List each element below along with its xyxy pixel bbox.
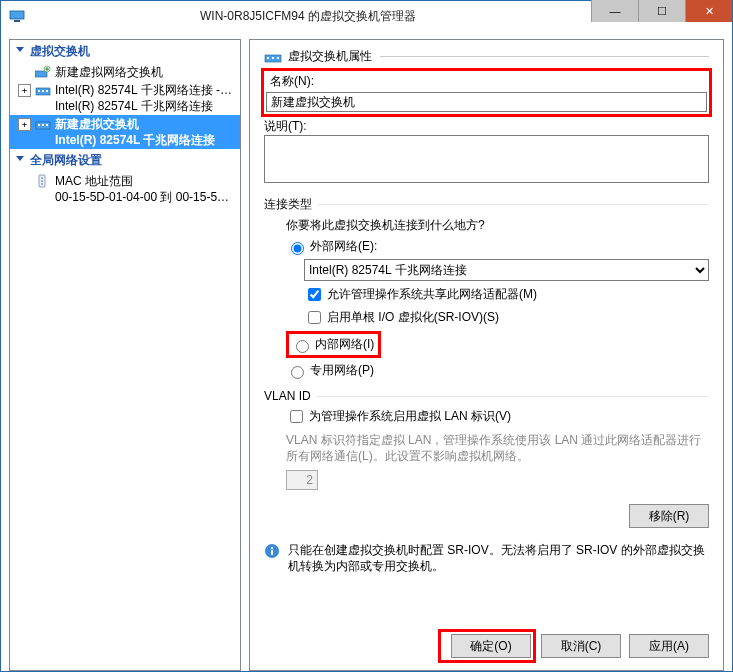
tree-item-label: 新建虚拟交换机 [55, 116, 234, 132]
mac-range-icon [35, 174, 51, 188]
svg-rect-21 [271, 550, 273, 555]
title-bar: WIN-0R8J5ICFM94 的虚拟交换机管理器 — ☐ ✕ [1, 1, 732, 32]
switch-icon [264, 50, 282, 64]
switch-name-input[interactable] [266, 92, 707, 112]
checkbox-allow-mgmt-os-label: 允许管理操作系统共享此网络适配器(M) [327, 286, 537, 303]
switch-tree-pane: 虚拟交换机 新建虚拟网络交换机 + [9, 39, 241, 671]
svg-rect-10 [42, 124, 44, 126]
ok-button[interactable]: 确定(O) [451, 634, 531, 658]
ok-button-highlight: 确定(O) [441, 632, 533, 660]
tree-item-label: MAC 地址范围 [55, 173, 234, 189]
app-icon [9, 8, 25, 24]
tree-item-new-virtual-switch[interactable]: 新建虚拟网络交换机 [10, 63, 240, 81]
checkbox-enable-sriov-label: 启用单根 I/O 虚拟化(SR-IOV)(S) [327, 309, 499, 326]
dialog-footer: 确定(O) 取消(C) 应用(A) [250, 622, 723, 670]
section-header-properties: 虚拟交换机属性 [264, 48, 709, 65]
checkbox-enable-sriov[interactable] [308, 311, 321, 324]
adapter-select[interactable]: Intel(R) 82574L 千兆网络连接 [304, 259, 709, 281]
description-textarea[interactable] [264, 135, 709, 183]
info-icon [264, 543, 280, 559]
window-title: WIN-0R8J5ICFM94 的虚拟交换机管理器 [25, 8, 591, 25]
tree-item-label: 新建虚拟网络交换机 [55, 64, 234, 80]
svg-rect-18 [272, 57, 274, 59]
tree-item-sublabel: Intel(R) 82574L 千兆网络连接 [55, 98, 234, 114]
svg-rect-2 [35, 71, 47, 77]
radio-internal[interactable] [296, 340, 309, 353]
switch-icon [35, 117, 51, 131]
svg-rect-7 [46, 90, 48, 92]
checkbox-allow-mgmt-os[interactable] [308, 288, 321, 301]
switch-add-icon [35, 65, 51, 79]
radio-external-label: 外部网络(E): [310, 238, 377, 255]
tree-expander-icon[interactable]: + [18, 84, 31, 97]
tree-item-new-switch-entry[interactable]: + 新建虚拟交换机 Intel(R) 82574L 千兆网络连接 [10, 115, 240, 149]
switch-icon [35, 83, 51, 97]
checkbox-enable-vlan[interactable] [290, 410, 303, 423]
svg-rect-22 [271, 547, 273, 549]
description-label: 说明(T): [264, 119, 307, 133]
group-connection-type: 连接类型 [264, 196, 709, 213]
svg-rect-11 [46, 124, 48, 126]
checkbox-enable-vlan-label: 为管理操作系统启用虚拟 LAN 标识(V) [309, 408, 511, 425]
radio-external[interactable] [291, 242, 304, 255]
virtual-switch-manager-window: WIN-0R8J5ICFM94 的虚拟交换机管理器 — ☐ ✕ 虚拟交换机 [0, 0, 733, 672]
tree-item-external-switch-1[interactable]: + Intel(R) 82574L 千兆网络连接 - Vi... Intel(R… [10, 81, 240, 115]
name-field-group: 名称(N): [264, 71, 709, 114]
tree-item-sublabel: Intel(R) 82574L 千兆网络连接 [55, 132, 234, 148]
radio-internal-highlight: 内部网络(I) [286, 331, 381, 358]
minimize-button[interactable]: — [591, 0, 638, 22]
svg-point-15 [41, 183, 43, 185]
svg-rect-6 [42, 90, 44, 92]
apply-button[interactable]: 应用(A) [629, 634, 709, 658]
svg-rect-1 [14, 20, 20, 22]
name-label: 名称(N): [270, 73, 707, 90]
connection-prompt: 你要将此虚拟交换机连接到什么地方? [264, 217, 709, 234]
sriov-info-text: 只能在创建虚拟交换机时配置 SR-IOV。无法将启用了 SR-IOV 的外部虚拟… [288, 542, 709, 574]
radio-private-label: 专用网络(P) [310, 362, 374, 379]
svg-rect-17 [267, 57, 269, 59]
svg-point-14 [41, 180, 43, 182]
close-button[interactable]: ✕ [685, 0, 732, 22]
remove-button[interactable]: 移除(R) [629, 504, 709, 528]
svg-rect-9 [38, 124, 40, 126]
tree-item-mac-range[interactable]: MAC 地址范围 00-15-5D-01-04-00 到 00-15-5D-0.… [10, 172, 240, 206]
maximize-button[interactable]: ☐ [638, 0, 685, 22]
radio-private[interactable] [291, 366, 304, 379]
tree-expander-icon[interactable]: + [18, 118, 31, 131]
vlan-help-text: VLAN 标识符指定虚拟 LAN，管理操作系统使用该 LAN 通过此网络适配器进… [264, 432, 709, 464]
section-title-text: 虚拟交换机属性 [288, 48, 372, 65]
tree-section-virtual-switches[interactable]: 虚拟交换机 [10, 40, 240, 63]
svg-point-13 [41, 177, 43, 179]
tree-item-sublabel: 00-15-5D-01-04-00 到 00-15-5D-0... [55, 189, 234, 205]
sriov-info-row: 只能在创建虚拟交换机时配置 SR-IOV。无法将启用了 SR-IOV 的外部虚拟… [264, 542, 709, 574]
tree-item-label: Intel(R) 82574L 千兆网络连接 - Vi... [55, 82, 234, 98]
cancel-button[interactable]: 取消(C) [541, 634, 621, 658]
group-vlan-id: VLAN ID [264, 389, 709, 403]
vlan-id-input [286, 470, 318, 490]
svg-rect-5 [38, 90, 40, 92]
tree-section-global[interactable]: 全局网络设置 [10, 149, 240, 172]
radio-internal-label: 内部网络(I) [315, 336, 374, 353]
svg-rect-19 [277, 57, 279, 59]
svg-rect-0 [10, 11, 24, 19]
detail-pane: 虚拟交换机属性 名称(N): 说明(T): 连接类型 你要将此虚拟交换机连接到什… [249, 39, 724, 671]
